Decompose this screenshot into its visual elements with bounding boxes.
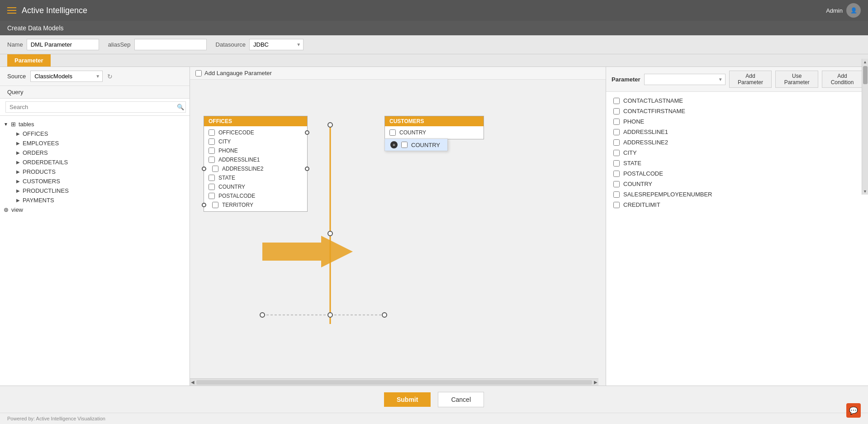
canvas-top: Add Langauge Parameter [190, 67, 606, 80]
cancel-button[interactable]: Cancel [438, 392, 484, 407]
field-checkbox[interactable] [613, 202, 620, 208]
payments-label: PAYMENTS [23, 197, 54, 204]
table-row[interactable]: POSTALCODE [204, 191, 307, 200]
table-row[interactable]: COUNTRY [204, 182, 307, 191]
list-item[interactable]: PHONE [606, 116, 868, 127]
table-row[interactable]: PHONE [204, 146, 307, 155]
param-panel: Parameter ▼ Add Parameter Use Parameter … [606, 67, 868, 386]
param-header-label: Parameter [612, 76, 640, 83]
admin-label: Admin [826, 7, 843, 14]
list-item[interactable]: CONTACTLASTNAME [606, 95, 868, 106]
sidebar-item-ORDERS[interactable]: ▶ ORDERS [0, 148, 190, 157]
alias-input[interactable] [134, 39, 207, 50]
tree-root-tables[interactable]: ▼ ⊞ tables [0, 119, 190, 129]
dropdown-checkbox[interactable] [401, 142, 408, 148]
table-row[interactable]: ADDRESSLINE1 [204, 155, 307, 164]
sidebar-item-PRODUCTS[interactable]: ▶ PRODUCTS [0, 167, 190, 176]
dropdown-item-country[interactable]: + COUNTRY [385, 139, 447, 151]
parameter-tab[interactable]: Parameter [7, 54, 51, 67]
sidebar-item-view[interactable]: ⊛ view [0, 205, 190, 214]
add-language-checkbox[interactable] [195, 70, 202, 76]
add-parameter-button[interactable]: Add Parameter [729, 71, 772, 88]
field-checkbox[interactable] [613, 108, 620, 114]
view-icon: ⊛ [4, 206, 9, 213]
horizontal-scrollbar[interactable]: ◀ ▶ [190, 378, 598, 386]
param-header: Parameter ▼ Add Parameter Use Parameter … [606, 67, 868, 92]
hamburger-menu[interactable] [7, 7, 16, 14]
chevron-right-icon: ▶ [16, 169, 20, 174]
list-item[interactable]: CITY [606, 148, 868, 158]
customers-table-fields: COUNTRY [385, 126, 484, 139]
tree: ▼ ⊞ tables ▶ OFFICES ▶ EMPLOYEES ▶ ORDER… [0, 116, 190, 386]
footer-text: Powered by: Active Intelligence Visualiz… [7, 416, 105, 421]
list-item[interactable]: SALESREPEMPLOYEENUMBER [606, 189, 868, 200]
main-wrapper: Active Intelligence Admin 👤 Create Data … [0, 0, 868, 424]
table-row[interactable]: ADDRESSLINE2 [204, 164, 307, 173]
list-item[interactable]: ADDRESSLINE1 [606, 127, 868, 137]
app-title: Active Intelligence [22, 6, 87, 15]
datasource-group: Datasource JDBC ▼ [216, 39, 304, 50]
view-label: view [11, 206, 23, 213]
list-item[interactable]: POSTALCODE [606, 168, 868, 179]
field-checkbox[interactable] [613, 160, 620, 167]
table-row[interactable]: CITY [204, 137, 307, 146]
list-item[interactable]: ADDRESSLINE2 [606, 137, 868, 148]
products-label: PRODUCTS [23, 168, 56, 175]
field-checkbox[interactable] [613, 171, 620, 177]
name-input[interactable] [27, 39, 99, 50]
plus-icon: + [390, 141, 398, 148]
name-group: Name [7, 39, 99, 50]
list-item[interactable]: COUNTRY [606, 179, 868, 189]
list-item[interactable]: CONTACTFIRSTNAME [606, 106, 868, 116]
sidebar-item-PRODUCTLINES[interactable]: ▶ PRODUCTLINES [0, 186, 190, 195]
table-row[interactable]: COUNTRY [385, 128, 484, 137]
scroll-right-icon[interactable]: ▶ [594, 380, 598, 385]
field-checkbox[interactable] [613, 98, 620, 104]
scroll-left-icon[interactable]: ◀ [191, 380, 194, 385]
search-input[interactable] [5, 101, 186, 113]
sidebar-item-ORDERDETAILS[interactable]: ▶ ORDERDETAILS [0, 157, 190, 167]
scroll-down-icon[interactable]: ▼ [863, 189, 867, 194]
field-checkbox[interactable] [613, 150, 620, 156]
sidebar-item-CUSTOMERS[interactable]: ▶ CUSTOMERS [0, 176, 190, 186]
chevron-right-icon: ▶ [16, 160, 20, 165]
list-item[interactable]: STATE [606, 158, 868, 168]
arrow-annotation [262, 233, 353, 271]
header: Active Intelligence Admin 👤 [0, 0, 868, 21]
svg-marker-8 [262, 236, 353, 267]
field-checkbox[interactable] [613, 129, 620, 135]
query-label: Query [0, 86, 190, 99]
datasource-select[interactable]: JDBC [249, 39, 304, 50]
add-language-wrapper: Add Langauge Parameter [195, 70, 272, 76]
add-condition-button[interactable]: Add Condition [822, 71, 863, 88]
list-item[interactable]: CREDITLIMIT [606, 200, 868, 210]
toolbar: Name aliasSep Datasource JDBC ▼ [0, 35, 868, 54]
sidebar-item-OFFICES[interactable]: ▶ OFFICES [0, 129, 190, 138]
source-select[interactable]: ClassicModels Northwind AdventureWorks [30, 71, 103, 82]
submit-button[interactable]: Submit [384, 392, 431, 407]
customers-table: CUSTOMERS COUNTRY [384, 116, 484, 139]
datasource-select-wrapper: JDBC ▼ [249, 39, 304, 50]
vertical-scrollbar[interactable]: ▲ ▼ [862, 67, 868, 195]
use-parameter-button[interactable]: Use Parameter [775, 71, 818, 88]
chevron-right-icon: ▶ [16, 150, 20, 155]
field-checkbox[interactable] [613, 191, 620, 198]
field-checkbox[interactable] [613, 139, 620, 146]
datasource-label: Datasource [216, 41, 246, 48]
offices-table: OFFICES OFFICECODE CITY PHONE ADDRESSLIN… [204, 116, 308, 212]
param-select[interactable] [644, 74, 726, 85]
table-row[interactable]: TERRITORY [204, 200, 307, 210]
add-language-label: Add Langauge Parameter [204, 70, 272, 76]
field-checkbox[interactable] [613, 181, 620, 187]
table-row[interactable]: OFFICECODE [204, 128, 307, 137]
refresh-icon[interactable]: ↻ [107, 73, 113, 80]
field-checkbox[interactable] [613, 119, 620, 125]
sidebar-item-EMPLOYEES[interactable]: ▶ EMPLOYEES [0, 138, 190, 148]
sidebar-item-PAYMENTS[interactable]: ▶ PAYMENTS [0, 195, 190, 205]
svg-point-5 [328, 231, 332, 236]
chat-icon[interactable]: 💬 [846, 403, 861, 418]
field-dot-right [305, 130, 309, 135]
table-row[interactable]: STATE [204, 173, 307, 182]
name-label: Name [7, 41, 23, 48]
alias-label: aliasSep [108, 41, 131, 48]
